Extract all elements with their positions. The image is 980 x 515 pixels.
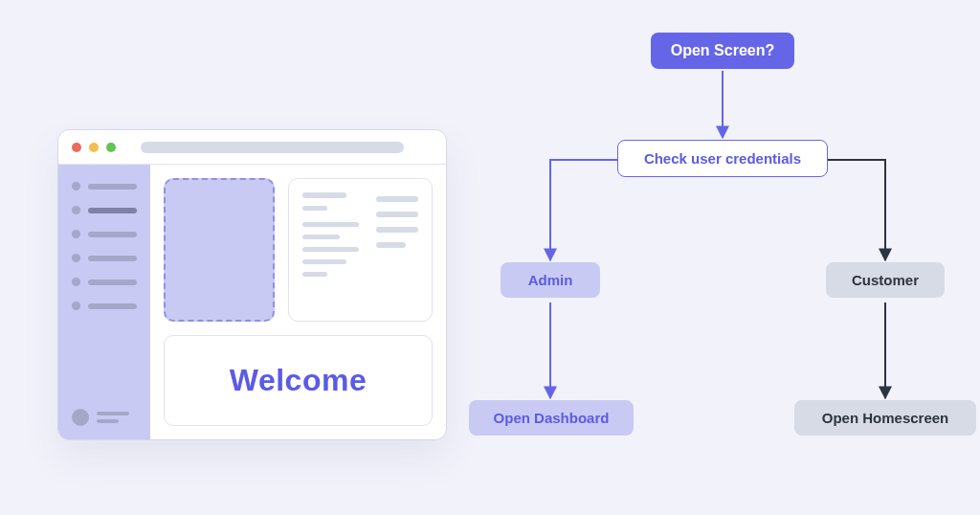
flowchart: Open Screen? Check user credentials Admi… xyxy=(455,27,971,486)
url-bar xyxy=(141,142,404,153)
sidebar-item xyxy=(72,302,137,310)
avatar-icon xyxy=(72,409,89,426)
sidebar-footer xyxy=(72,409,137,426)
sidebar xyxy=(58,165,150,439)
main-top-row xyxy=(164,178,433,322)
dashed-placeholder-card xyxy=(164,178,275,322)
sidebar-item xyxy=(72,206,137,214)
flow-node-admin: Admin xyxy=(501,262,600,298)
flow-node-open-homescreen: Open Homescreen xyxy=(794,400,976,436)
flow-node-customer: Customer xyxy=(826,262,945,298)
sidebar-item xyxy=(72,182,137,190)
welcome-card: Welcome xyxy=(164,335,433,426)
main-area: Welcome xyxy=(150,165,446,439)
traffic-light-yellow-icon xyxy=(89,143,99,152)
sidebar-item xyxy=(72,254,137,262)
flow-node-open-screen: Open Screen? xyxy=(651,33,794,69)
welcome-heading: Welcome xyxy=(230,363,367,398)
browser-chrome xyxy=(58,130,446,165)
traffic-light-green-icon xyxy=(106,143,116,152)
info-card xyxy=(288,178,433,322)
sidebar-item xyxy=(72,230,137,238)
flow-node-open-dashboard: Open Dashboard xyxy=(469,400,634,436)
browser-mockup: Welcome xyxy=(57,129,447,440)
traffic-light-red-icon xyxy=(72,143,81,152)
sidebar-item xyxy=(72,278,137,286)
flow-node-check-credentials: Check user credentials xyxy=(617,140,828,177)
browser-body: Welcome xyxy=(58,165,446,439)
